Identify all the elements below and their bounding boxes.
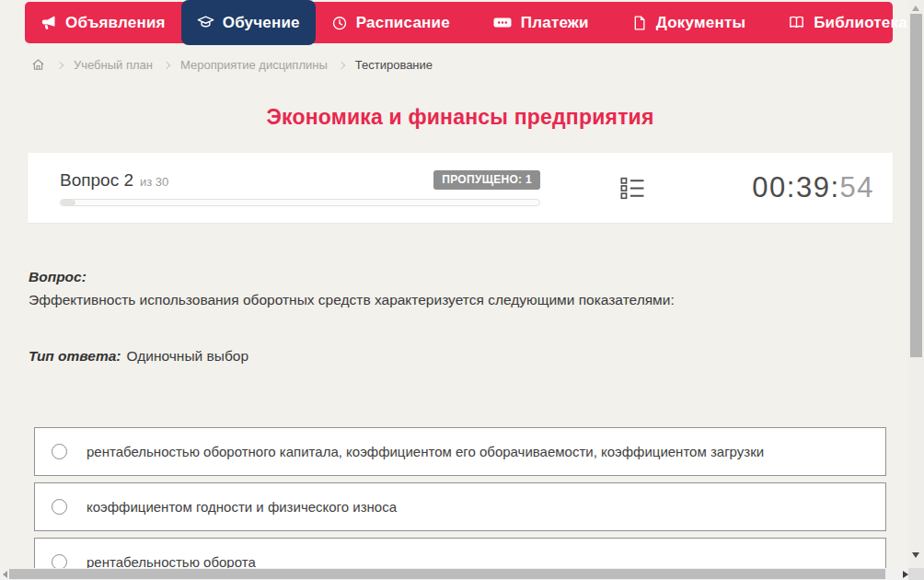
horizontal-scrollbar-thumb[interactable]: [9, 569, 885, 579]
answer-option-label: рентабельностью оборотного капитала, коэ…: [87, 444, 764, 459]
open-book-icon: [788, 14, 805, 31]
breadcrumb-discipline-event[interactable]: Мероприятие дисциплины: [180, 58, 328, 72]
radio-button[interactable]: [52, 444, 67, 459]
breadcrumb-separator-icon: [338, 61, 345, 68]
banknote-icon: [492, 14, 513, 31]
nav-item-announcements[interactable]: Объявления: [25, 2, 181, 43]
nav-item-schedule[interactable]: Расписание: [316, 2, 466, 43]
answer-options-list: рентабельностью оборотного капитала, коэ…: [34, 427, 886, 580]
page-title: Экономика и финансы предприятия: [28, 105, 893, 130]
scroll-up-arrow-icon[interactable]: [912, 6, 919, 11]
countdown-timer: 00:39:54: [752, 171, 874, 204]
question-heading: Вопрос:: [29, 269, 87, 285]
progress-bar: [60, 199, 540, 206]
document-icon: [631, 15, 648, 31]
home-icon[interactable]: [30, 57, 46, 73]
graduation-cap-icon: [197, 14, 214, 31]
timer-seconds: 54: [840, 171, 874, 203]
answer-option-2[interactable]: коэффициентом годности и физического изн…: [34, 482, 886, 531]
scrollbar-corner: [908, 568, 924, 580]
list-icon: [620, 176, 645, 201]
question-number: Вопрос 2: [60, 170, 133, 191]
main-nav-bar: Объявления Обучение Расписание: [25, 2, 893, 43]
nav-item-payments[interactable]: Платежи: [477, 2, 605, 43]
nav-item-library[interactable]: Библиотека: [772, 2, 924, 43]
answer-option-1[interactable]: рентабельностью оборотного капитала, коэ…: [34, 427, 886, 476]
question-header-card: Вопрос 2 из 30 ПРОПУЩЕНО: 1 00:39:54: [28, 153, 893, 223]
answer-option-label: коэффициентом годности и физического изн…: [87, 499, 397, 515]
nav-item-label: Платежи: [521, 14, 589, 32]
answer-type-label: Тип ответа:: [29, 348, 121, 364]
question-total: из 30: [140, 175, 168, 189]
question-list-button[interactable]: [620, 176, 645, 201]
breadcrumb-testing: Тестирование: [355, 58, 433, 72]
vertical-scrollbar[interactable]: [908, 0, 924, 580]
vertical-scrollbar-thumb[interactable]: [910, 14, 922, 357]
scroll-down-arrow-icon[interactable]: [912, 552, 919, 558]
skipped-badge: ПРОПУЩЕНО: 1: [433, 170, 540, 190]
breadcrumb-separator-icon: [56, 61, 64, 68]
nav-item-label: Документы: [656, 14, 745, 32]
question-text: Эффективность использования оборотных ср…: [29, 292, 875, 308]
nav-item-label: Библиотека: [814, 14, 907, 32]
answer-type-value: Одиночный выбор: [127, 348, 249, 364]
radio-button[interactable]: [52, 499, 67, 515]
megaphone-icon: [40, 15, 57, 31]
breadcrumb-separator-icon: [163, 61, 170, 68]
breadcrumb-study-plan[interactable]: Учебный план: [74, 58, 153, 72]
horizontal-scrollbar[interactable]: [0, 568, 908, 580]
answer-type-row: Тип ответа:Одиночный выбор: [29, 348, 248, 365]
nav-item-label: Обучение: [223, 14, 300, 32]
clock-icon: [331, 15, 348, 31]
nav-item-documents[interactable]: Документы: [616, 2, 761, 43]
scroll-left-arrow-icon[interactable]: [3, 571, 7, 578]
progress-bar-fill: [61, 200, 75, 205]
nav-item-learning[interactable]: Обучение: [181, 0, 316, 45]
breadcrumb: Учебный план Мероприятие дисциплины Тест…: [30, 57, 433, 73]
nav-item-label: Объявления: [65, 14, 166, 32]
question-progress-block: Вопрос 2 из 30 ПРОПУЩЕНО: 1: [60, 170, 540, 206]
timer-hours-minutes: 00:39:: [752, 171, 839, 203]
nav-item-label: Расписание: [356, 14, 450, 32]
